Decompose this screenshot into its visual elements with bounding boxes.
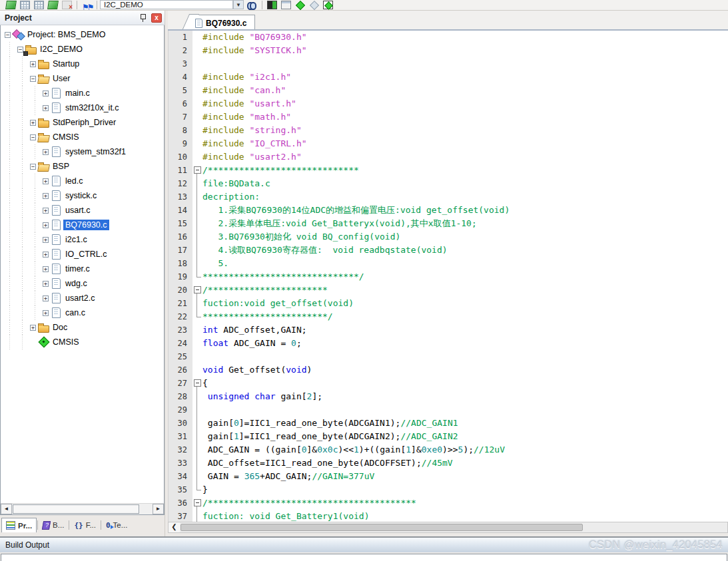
- tree-item-systick-c[interactable]: +systick.c: [1, 188, 164, 203]
- panel-tab-functions[interactable]: {}F...: [70, 518, 100, 532]
- fold-toggle[interactable]: [192, 283, 202, 297]
- tree-item-label: wdg.c: [63, 278, 89, 289]
- pack-installer-icon[interactable]: [323, 1, 333, 9]
- tree-item-usart2-c[interactable]: +usart2.c: [1, 291, 164, 305]
- memory-window-2-icon[interactable]: [34, 1, 44, 9]
- insert-flag-icon[interactable]: [82, 1, 92, 9]
- fold-toggle[interactable]: [192, 164, 202, 177]
- file-extensions-icon[interactable]: [281, 1, 291, 9]
- editor-horizontal-scrollbar[interactable]: ❮: [168, 522, 728, 533]
- tree-expander[interactable]: +: [43, 266, 49, 272]
- fold-guide: [192, 430, 202, 443]
- tree-item-main-c[interactable]: +main.c: [1, 86, 164, 100]
- tree-expander[interactable]: +: [43, 252, 49, 258]
- code-editor[interactable]: 1#include "BQ76930.h"2#include "SYSTICK.…: [168, 31, 728, 522]
- target-select-combo[interactable]: I2C_DEMO: [100, 0, 233, 9]
- tree-item-i2c1-c[interactable]: +i2c1.c: [1, 232, 164, 247]
- tree-expander[interactable]: +: [43, 91, 49, 96]
- panel-tab-templates[interactable]: 0Te...: [102, 518, 131, 532]
- functions-icon: {}: [74, 521, 83, 530]
- target-select-dropdown[interactable]: ▼: [233, 0, 244, 9]
- fold-guide: [192, 457, 202, 470]
- scroll-left-arrow[interactable]: ❮: [169, 522, 180, 532]
- line-number: 14: [169, 204, 192, 217]
- tree-item-cmsis[interactable]: CMSIS: [1, 335, 164, 349]
- tree-item-timer-c[interactable]: +timer.c: [1, 262, 164, 276]
- tree-expander[interactable]: +: [43, 149, 49, 155]
- options-for-target-icon[interactable]: [267, 1, 277, 9]
- tree-item-usart-c[interactable]: +usart.c: [1, 203, 164, 218]
- stop-refresh-icon[interactable]: [62, 1, 72, 9]
- tree-item-can-c[interactable]: +can.c: [1, 305, 164, 320]
- tree-item-wdg-c[interactable]: +wdg.c: [1, 276, 164, 291]
- fold-toggle[interactable]: [192, 377, 202, 390]
- tree-expander[interactable]: +: [43, 208, 49, 214]
- logic-analyzer-icon[interactable]: [47, 1, 59, 9]
- find-in-files-icon[interactable]: [247, 1, 257, 9]
- toolbar-separator: [77, 1, 77, 9]
- tree-item-label: IO_CTRL.c: [63, 249, 109, 260]
- file-icon: [50, 292, 63, 304]
- code-text: ADC_GAIN = ((gain[0]&0x0c)<<1)+((gain[1]…: [202, 443, 505, 457]
- tree-item-cmsis[interactable]: −CMSIS: [1, 130, 164, 144]
- tree-expander[interactable]: +: [30, 325, 36, 331]
- tree-expander[interactable]: +: [43, 193, 49, 199]
- scroll-left-arrow[interactable]: ◄: [1, 504, 12, 514]
- tree-item-doc[interactable]: +Doc: [1, 320, 164, 335]
- tree-item-led-c[interactable]: +led.c: [1, 174, 164, 188]
- tree-guide: [3, 335, 16, 349]
- fold-guide: [192, 137, 202, 150]
- scrollbar-thumb[interactable]: [181, 524, 583, 531]
- tree-item-system-stm32f1[interactable]: +system_stm32f1: [1, 144, 164, 159]
- tree-item-bsp[interactable]: −BSP: [1, 159, 164, 174]
- tree-expander[interactable]: +: [43, 310, 49, 316]
- code-text: #include "string.h": [202, 124, 302, 137]
- code-line-9: 9#include "IO_CTRL.h": [169, 137, 728, 150]
- tree-expander[interactable]: −: [30, 134, 36, 140]
- tree-expander[interactable]: +: [43, 237, 49, 243]
- tree-expander[interactable]: +: [43, 178, 49, 184]
- scroll-right-arrow[interactable]: ►: [153, 504, 164, 514]
- system-viewer-icon[interactable]: [5, 1, 17, 9]
- select-software-packs-icon[interactable]: [309, 1, 319, 9]
- tree-expander[interactable]: +: [30, 120, 36, 126]
- tree-horizontal-scrollbar[interactable]: ◄ ►: [1, 503, 164, 514]
- tree-guide: [3, 305, 16, 320]
- tree-guide: [3, 115, 16, 130]
- tree-guide: [16, 262, 29, 276]
- tree-guide: [29, 262, 41, 276]
- tree-item-label: timer.c: [63, 264, 92, 274]
- close-panel-button[interactable]: x: [151, 13, 162, 23]
- manage-rte-icon[interactable]: [295, 1, 305, 9]
- tree-expander[interactable]: −: [30, 164, 36, 170]
- panel-tab-project-tab[interactable]: Pr...: [1, 518, 37, 532]
- panel-tab-books[interactable]: B...: [39, 518, 68, 532]
- tree-item-stm32f10x-it-c[interactable]: +stm32f10x_it.c: [1, 100, 164, 115]
- code-line-1: 1#include "BQ76930.h": [169, 31, 728, 44]
- tree-item-label: Doc: [51, 322, 69, 333]
- memory-window-icon[interactable]: [20, 1, 30, 9]
- tree-item-startup[interactable]: +Startup: [1, 57, 164, 71]
- tree-item-stdperiph-driver[interactable]: +StdPeriph_Driver: [1, 115, 164, 130]
- line-number: 30: [169, 417, 192, 430]
- pin-icon[interactable]: [139, 13, 147, 22]
- tree-expander[interactable]: +: [43, 222, 49, 228]
- scrollbar-thumb[interactable]: [13, 504, 139, 514]
- tree-expander[interactable]: −: [17, 47, 23, 53]
- tree-expander[interactable]: +: [43, 295, 49, 301]
- tree-expander[interactable]: +: [30, 61, 36, 67]
- fold-toggle[interactable]: [192, 496, 202, 510]
- folder-open-icon: [37, 160, 51, 172]
- tree-expander[interactable]: +: [43, 281, 49, 287]
- line-number: 26: [169, 363, 192, 377]
- tree-guide: [16, 71, 29, 86]
- tree-item-project-bms-demo[interactable]: −Project: BMS_DEMO: [1, 27, 164, 42]
- tree-item-user[interactable]: −User: [1, 71, 164, 86]
- tree-item-io-ctrl-c[interactable]: +IO_CTRL.c: [1, 247, 164, 262]
- tree-expander[interactable]: −: [5, 32, 11, 38]
- tree-expander[interactable]: +: [43, 105, 49, 111]
- tree-expander[interactable]: −: [30, 76, 36, 82]
- tree-item-i2c-demo[interactable]: −I2C_DEMO: [1, 42, 164, 57]
- tree-item-bq76930-c[interactable]: +BQ76930.c: [1, 218, 164, 232]
- tab-bq76930c[interactable]: BQ76930.c: [190, 15, 255, 29]
